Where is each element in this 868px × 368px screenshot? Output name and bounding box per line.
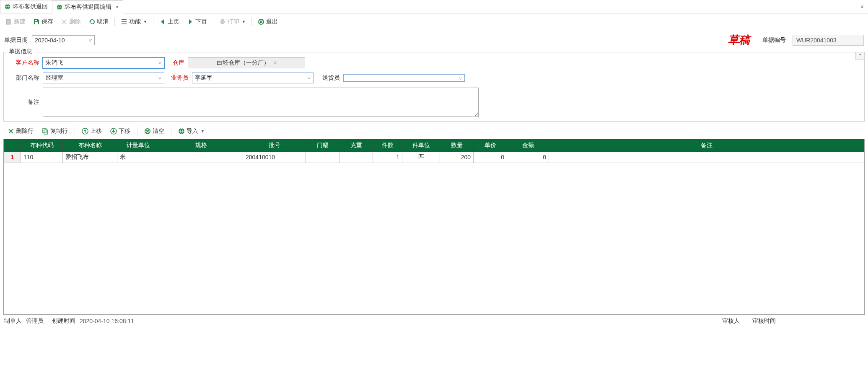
customer-label: 客户名称 [8,59,39,67]
chevron-down-icon: ▼ [201,129,205,133]
doc-info-panel: 单据信息 ⌃ 客户名称 朱鸿飞 ▽ 仓库 白坯仓库（一分厂） ▽ 部门名称 经理… [3,52,865,122]
delete-row-button[interactable]: 删除行 [4,126,37,137]
header-row: 布种代码 布种名称 计量单位 规格 批号 门幅 克重 件数 件单位 数量 单价 … [4,140,864,152]
delivery-select[interactable]: ▽ [343,74,465,82]
close-all-icon[interactable]: × [860,3,864,10]
cell-name[interactable]: 爱招飞布 [63,152,117,163]
new-icon [5,18,12,25]
chevron-down-icon: ▽ [274,61,277,65]
cell-price[interactable]: 0 [474,152,507,163]
chevron-down-icon: ▼ [143,20,147,24]
tab-bar: 坏布客供退回 坏布客供退回编辑 × × [0,0,868,13]
close-tab-icon[interactable]: × [116,4,119,10]
exit-button[interactable]: 退出 [254,16,281,27]
cell-pieces[interactable]: 1 [373,152,402,163]
cell-code[interactable]: 110 [21,152,63,163]
doc-no-field: WUR20041003 [793,35,864,46]
print-icon [219,18,226,25]
cell-uom[interactable]: 米 [117,152,159,163]
separator [114,18,115,26]
data-grid[interactable]: 布种代码 布种名称 计量单位 规格 批号 门幅 克重 件数 件单位 数量 单价 … [3,139,865,315]
cell-rownum[interactable]: 1 [4,152,21,163]
delete-button: 删除 [57,16,84,27]
separator [75,127,75,135]
clear-icon [144,128,151,135]
svg-rect-6 [221,19,224,21]
chevron-down-icon: ▽ [158,61,161,65]
svg-rect-9 [43,129,46,133]
chevron-down-icon: ▽ [459,76,462,80]
move-up-button[interactable]: 上移 [78,126,105,137]
print-button: 打印 ▼ [216,16,249,27]
svg-rect-4 [35,22,38,24]
cell-batch[interactable]: 200410010 [243,152,306,163]
dept-select[interactable]: 经理室 ▽ [43,73,164,83]
date-picker[interactable]: 2020-04-10 ▽ [32,35,95,45]
copy-icon [42,128,49,135]
status-footer: 制单人 管理员 创建时间 2020-04-10 16:08:11 审核人 审核时… [0,315,868,327]
svg-rect-10 [44,130,47,134]
collapse-toggle[interactable]: ⌃ [855,52,865,60]
cancel-button[interactable]: 取消 [85,16,112,27]
col-batch[interactable]: 批号 [243,140,306,152]
cell-gram[interactable] [339,152,373,163]
col-spec[interactable]: 规格 [159,140,243,152]
copy-row-button[interactable]: 复制行 [39,126,71,137]
col-piece-uom[interactable]: 件单位 [402,140,440,152]
col-amount[interactable]: 金额 [507,140,549,152]
prev-icon [159,18,166,25]
col-qty[interactable]: 数量 [440,140,474,152]
cell-width[interactable] [306,152,339,163]
move-down-button[interactable]: 下移 [107,126,134,137]
audit-time-label: 审核时间 [752,317,776,325]
prev-page-button[interactable]: 上页 [156,16,183,27]
exit-icon [258,18,264,25]
dept-label: 部门名称 [8,74,39,82]
cell-qty[interactable]: 200 [440,152,474,163]
salesman-select[interactable]: 李延军 ▽ [192,73,314,83]
salesman-label: 业务员 [168,74,189,82]
document-header: 单据日期 2020-04-10 ▽ 草稿 单据编号 WUR20041003 [0,30,868,50]
created-label: 创建时间 [52,317,75,325]
cell-amount[interactable]: 0 [507,152,549,163]
customer-select[interactable]: 朱鸿飞 ▽ [43,57,164,68]
cell-piece-uom[interactable]: 匹 [402,152,440,163]
undo-icon [88,18,95,25]
chevron-down-icon: ▽ [158,76,161,80]
delivery-label: 送货员 [317,74,340,82]
separator [153,18,153,26]
col-remark[interactable]: 备注 [549,140,864,152]
date-label: 单据日期 [4,36,28,44]
list-icon [121,18,127,25]
creator-label: 制单人 [4,317,22,325]
remarks-input[interactable] [43,88,479,117]
auditor-label: 审核人 [722,317,740,325]
tab-list-return[interactable]: 坏布客供退回 [0,0,52,13]
col-name[interactable]: 布种名称 [63,140,117,152]
col-uom[interactable]: 计量单位 [117,140,159,152]
warehouse-label: 仓库 [168,59,184,67]
next-page-button[interactable]: 下页 [184,16,210,27]
functions-button[interactable]: 功能 ▼ [117,16,150,27]
save-button[interactable]: 保存 [30,16,57,27]
status-stamp: 草稿 [728,33,750,47]
col-gram[interactable]: 克重 [339,140,373,152]
cell-spec[interactable] [159,152,243,163]
clear-button[interactable]: 清空 [141,126,168,137]
cell-remark[interactable] [549,152,864,163]
col-code[interactable]: 布种代码 [21,140,63,152]
table-row[interactable]: 1 110 爱招飞布 米 200410010 1 匹 200 0 0 [4,152,864,163]
col-price[interactable]: 单价 [474,140,507,152]
globe-icon [5,4,10,10]
import-button[interactable]: 导入 ▼ [175,126,208,137]
col-pieces[interactable]: 件数 [373,140,402,152]
created-value: 2020-04-10 16:08:11 [80,318,134,324]
col-rownum[interactable] [4,140,21,152]
separator [251,18,252,26]
tab-edit-return[interactable]: 坏布客供退回编辑 × [52,0,123,14]
warehouse-select[interactable]: 白坯仓库（一分厂） ▽ [188,57,305,68]
chevron-down-icon: ▽ [308,76,311,80]
new-button: 新建 [2,16,29,27]
col-width[interactable]: 门幅 [306,140,339,152]
down-icon [110,128,117,135]
